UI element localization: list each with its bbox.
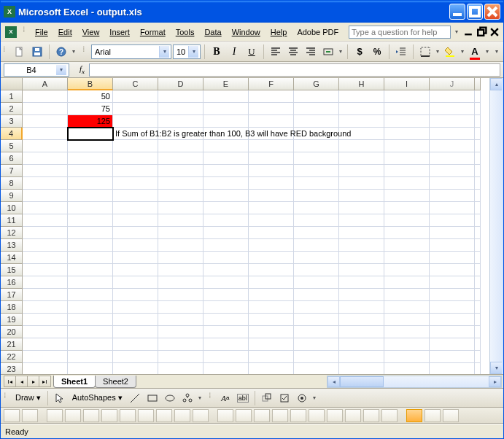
cell-B20[interactable]: [68, 326, 113, 338]
cell-E20[interactable]: [203, 326, 249, 338]
cell-F6[interactable]: [249, 152, 294, 165]
cell-D13[interactable]: [158, 239, 203, 252]
cell-C8[interactable]: [113, 177, 158, 190]
cell-J18[interactable]: [430, 301, 475, 314]
cell-E3[interactable]: [203, 115, 249, 128]
toolbar-button[interactable]: [290, 409, 306, 422]
cell-A18[interactable]: [23, 301, 68, 314]
cell-G19[interactable]: [294, 314, 339, 326]
name-box[interactable]: B4: [4, 63, 69, 77]
cell-H18[interactable]: [339, 301, 384, 314]
cell-B4[interactable]: [68, 128, 113, 140]
close-button[interactable]: [484, 4, 500, 20]
row-header-21[interactable]: 21: [1, 338, 23, 351]
cell-A23[interactable]: [23, 363, 68, 374]
column-header-C[interactable]: C: [113, 78, 158, 90]
cell-F5[interactable]: [249, 140, 294, 152]
cell-D23[interactable]: [158, 363, 203, 374]
cell-G11[interactable]: [294, 214, 339, 227]
cell-B23[interactable]: [68, 363, 113, 374]
cell-G13[interactable]: [294, 239, 339, 252]
cell-G10[interactable]: [294, 202, 339, 214]
cell-C21[interactable]: [113, 338, 158, 351]
row-header-5[interactable]: 5: [1, 140, 23, 152]
merge-dropdown[interactable]: [338, 48, 344, 55]
cell-D19[interactable]: [158, 314, 203, 326]
formula-bar[interactable]: [89, 63, 500, 77]
toolbar-button[interactable]: [83, 409, 99, 422]
toolbar-button-highlighted[interactable]: [406, 409, 422, 422]
toolbar-button[interactable]: [443, 409, 459, 422]
cell-C13[interactable]: [113, 239, 158, 252]
cell-I3[interactable]: [384, 115, 430, 128]
cell-D8[interactable]: [158, 177, 203, 190]
cell-G16[interactable]: [294, 276, 339, 289]
cell-E11[interactable]: [203, 214, 249, 227]
cell-F10[interactable]: [249, 202, 294, 214]
row-header-6[interactable]: 6: [1, 152, 23, 165]
scroll-up-button[interactable]: [490, 78, 503, 90]
italic-button[interactable]: I: [226, 44, 242, 60]
cell-E7[interactable]: [203, 165, 249, 177]
cell-E23[interactable]: [203, 363, 249, 374]
grip-icon[interactable]: [23, 25, 27, 39]
cell-J20[interactable]: [430, 326, 475, 338]
cell-A13[interactable]: [23, 239, 68, 252]
cell-F19[interactable]: [249, 314, 294, 326]
cell-C6[interactable]: [113, 152, 158, 165]
toolbar-button[interactable]: [381, 409, 398, 422]
cell-D17[interactable]: [158, 289, 203, 301]
decrease-indent-button[interactable]: [393, 44, 409, 60]
cell-H16[interactable]: [339, 276, 384, 289]
cell-H8[interactable]: [339, 177, 384, 190]
tab-first-button[interactable]: I◂: [4, 376, 16, 387]
cell-B16[interactable]: [68, 276, 113, 289]
cell-B12[interactable]: [68, 227, 113, 239]
cell-I8[interactable]: [384, 177, 430, 190]
cell-G2[interactable]: [294, 103, 339, 115]
merge-center-button[interactable]: [320, 44, 336, 60]
cell-E14[interactable]: [203, 252, 249, 264]
cell-J7[interactable]: [430, 165, 475, 177]
cell-F9[interactable]: [249, 190, 294, 202]
menu-window[interactable]: Window: [227, 26, 265, 38]
cell-H17[interactable]: [339, 289, 384, 301]
select-objects-button[interactable]: [52, 390, 68, 406]
cell-C19[interactable]: [113, 314, 158, 326]
cell-E1[interactable]: [203, 90, 249, 103]
row-header-22[interactable]: 22: [1, 351, 23, 363]
cell-C15[interactable]: [113, 264, 158, 276]
column-header-E[interactable]: E: [203, 78, 249, 90]
row-header-11[interactable]: 11: [1, 214, 23, 227]
menu-tools[interactable]: Tools: [171, 26, 200, 38]
cell-I7[interactable]: [384, 165, 430, 177]
cell-E8[interactable]: [203, 177, 249, 190]
cell-J13[interactable]: [430, 239, 475, 252]
cell-C9[interactable]: [113, 190, 158, 202]
row-header-10[interactable]: 10: [1, 202, 23, 214]
cell-E16[interactable]: [203, 276, 249, 289]
cell-H11[interactable]: [339, 214, 384, 227]
row-header-14[interactable]: 14: [1, 252, 23, 264]
font-color-button[interactable]: A: [467, 44, 483, 60]
cell-I18[interactable]: [384, 301, 430, 314]
percent-button[interactable]: %: [369, 44, 385, 60]
toolbar-button[interactable]: [345, 409, 361, 422]
cell-F16[interactable]: [249, 276, 294, 289]
line-button[interactable]: [127, 390, 143, 406]
toolbar-button[interactable]: [174, 409, 190, 422]
cell-A16[interactable]: [23, 276, 68, 289]
cell-B8[interactable]: [68, 177, 113, 190]
cell-G18[interactable]: [294, 301, 339, 314]
cell-B18[interactable]: [68, 301, 113, 314]
cell-C1[interactable]: [113, 90, 158, 103]
cell-F22[interactable]: [249, 351, 294, 363]
borders-button[interactable]: [417, 44, 433, 60]
menu-view[interactable]: View: [77, 26, 105, 38]
cell-F8[interactable]: [249, 177, 294, 190]
column-header-A[interactable]: A: [23, 78, 68, 90]
cell-E13[interactable]: [203, 239, 249, 252]
row-header-4[interactable]: 4: [1, 128, 23, 140]
cell-G20[interactable]: [294, 326, 339, 338]
cell-E18[interactable]: [203, 301, 249, 314]
